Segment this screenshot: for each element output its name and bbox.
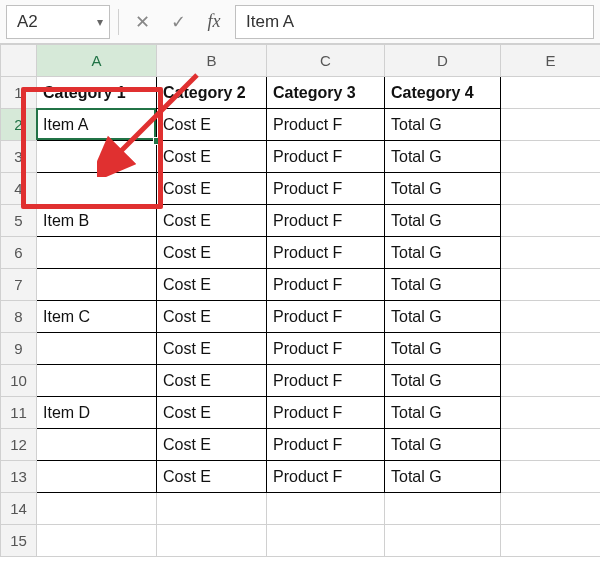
cell[interactable]: Cost E (157, 237, 267, 269)
cell[interactable] (37, 429, 157, 461)
row-header[interactable]: 3 (1, 141, 37, 173)
row-header[interactable]: 5 (1, 205, 37, 237)
cell[interactable]: Total G (385, 173, 501, 205)
cell[interactable]: Total G (385, 301, 501, 333)
cell[interactable] (267, 493, 385, 525)
cell[interactable] (501, 525, 601, 557)
name-box[interactable]: A2 ▾ (6, 5, 110, 39)
cell[interactable]: Product F (267, 365, 385, 397)
cell[interactable]: Category 3 (267, 77, 385, 109)
cell[interactable]: Cost E (157, 141, 267, 173)
cell[interactable]: Total G (385, 141, 501, 173)
cell[interactable] (501, 461, 601, 493)
cell[interactable] (501, 141, 601, 173)
cell[interactable] (37, 173, 157, 205)
cell[interactable]: Category 2 (157, 77, 267, 109)
cell[interactable] (37, 365, 157, 397)
row-header[interactable]: 4 (1, 173, 37, 205)
col-header-C[interactable]: C (267, 45, 385, 77)
cell[interactable] (385, 525, 501, 557)
cell[interactable]: Category 1 (37, 77, 157, 109)
cell[interactable] (37, 237, 157, 269)
cell[interactable] (267, 525, 385, 557)
cell[interactable]: Product F (267, 301, 385, 333)
cell[interactable]: Product F (267, 269, 385, 301)
cell[interactable] (37, 525, 157, 557)
cell[interactable]: Product F (267, 173, 385, 205)
cell[interactable] (501, 365, 601, 397)
cell[interactable]: Total G (385, 397, 501, 429)
cell[interactable]: Product F (267, 429, 385, 461)
col-header-E[interactable]: E (501, 45, 601, 77)
cell[interactable] (37, 333, 157, 365)
cell[interactable] (501, 429, 601, 461)
cell[interactable]: Product F (267, 237, 385, 269)
cell[interactable]: Total G (385, 333, 501, 365)
row-header[interactable]: 6 (1, 237, 37, 269)
cell[interactable]: Category 4 (385, 77, 501, 109)
cell[interactable] (501, 77, 601, 109)
cell[interactable]: Total G (385, 109, 501, 141)
cell[interactable] (501, 237, 601, 269)
cell[interactable]: Cost E (157, 365, 267, 397)
row-header[interactable]: 14 (1, 493, 37, 525)
row-header[interactable]: 15 (1, 525, 37, 557)
row-header[interactable]: 9 (1, 333, 37, 365)
cell[interactable]: Cost E (157, 397, 267, 429)
cell[interactable] (501, 269, 601, 301)
row-header[interactable]: 10 (1, 365, 37, 397)
cell[interactable] (501, 397, 601, 429)
cell[interactable] (37, 141, 157, 173)
cell[interactable] (37, 269, 157, 301)
row-header[interactable]: 7 (1, 269, 37, 301)
cell[interactable]: Cost E (157, 173, 267, 205)
cell[interactable] (37, 493, 157, 525)
formula-input[interactable]: Item A (235, 5, 594, 39)
cell[interactable]: Total G (385, 269, 501, 301)
cancel-icon[interactable]: ✕ (127, 7, 157, 37)
cell[interactable]: Total G (385, 461, 501, 493)
cell[interactable] (157, 525, 267, 557)
cell[interactable]: Total G (385, 429, 501, 461)
cell[interactable] (501, 333, 601, 365)
fill-handle[interactable] (153, 137, 161, 145)
cell[interactable]: Cost E (157, 301, 267, 333)
cell[interactable] (501, 301, 601, 333)
col-header-D[interactable]: D (385, 45, 501, 77)
cell[interactable]: Item C (37, 301, 157, 333)
cell[interactable]: Total G (385, 205, 501, 237)
cell[interactable] (501, 205, 601, 237)
cell[interactable]: Item B (37, 205, 157, 237)
cell[interactable] (501, 109, 601, 141)
row-header[interactable]: 13 (1, 461, 37, 493)
col-header-B[interactable]: B (157, 45, 267, 77)
row-header[interactable]: 8 (1, 301, 37, 333)
cell[interactable]: Cost E (157, 429, 267, 461)
row-header[interactable]: 1 (1, 77, 37, 109)
cell[interactable]: Item D (37, 397, 157, 429)
row-header[interactable]: 2 (1, 109, 37, 141)
select-all-corner[interactable] (1, 45, 37, 77)
cell[interactable]: Item A (37, 109, 157, 141)
cell[interactable]: Total G (385, 237, 501, 269)
cell[interactable] (157, 493, 267, 525)
cell[interactable]: Cost E (157, 269, 267, 301)
fx-icon[interactable]: fx (199, 7, 229, 37)
cell[interactable]: Product F (267, 461, 385, 493)
cell[interactable] (37, 461, 157, 493)
confirm-icon[interactable]: ✓ (163, 7, 193, 37)
row-header[interactable]: 12 (1, 429, 37, 461)
cell[interactable]: Product F (267, 205, 385, 237)
cell[interactable]: Product F (267, 141, 385, 173)
cell[interactable]: Cost E (157, 205, 267, 237)
row-header[interactable]: 11 (1, 397, 37, 429)
cell[interactable] (501, 173, 601, 205)
cell[interactable]: Product F (267, 333, 385, 365)
cell[interactable]: Product F (267, 397, 385, 429)
cell[interactable]: Cost E (157, 333, 267, 365)
cell[interactable]: Product F (267, 109, 385, 141)
cell[interactable]: Total G (385, 365, 501, 397)
col-header-A[interactable]: A (37, 45, 157, 77)
cell[interactable]: Cost E (157, 109, 267, 141)
cell[interactable] (385, 493, 501, 525)
